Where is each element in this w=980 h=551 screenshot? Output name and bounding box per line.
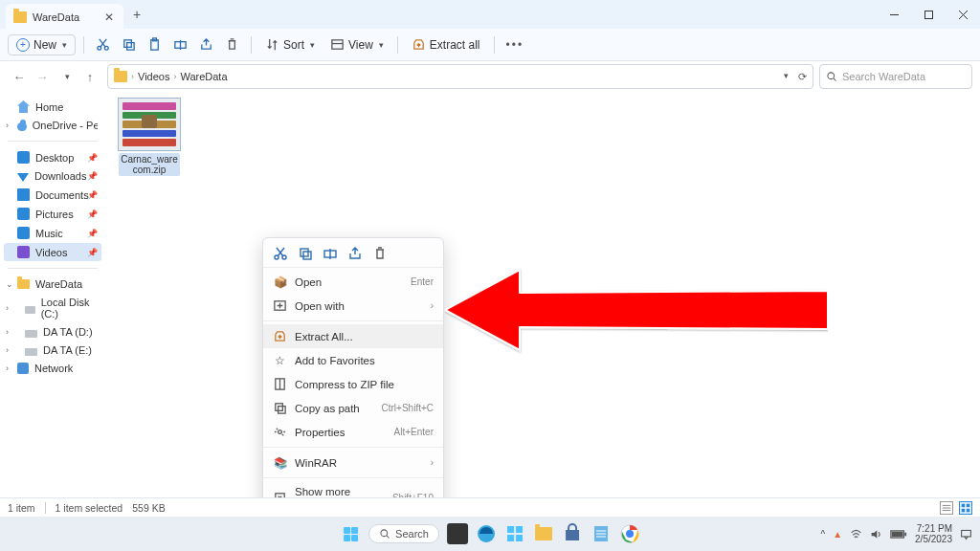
delete-button[interactable] xyxy=(221,33,243,55)
view-mode-toggles xyxy=(940,501,972,515)
copy-button[interactable] xyxy=(118,33,140,55)
notepad-icon[interactable] xyxy=(590,523,612,544)
ctx-compress[interactable]: Compress to ZIP file xyxy=(263,372,443,396)
expand-icon[interactable]: › xyxy=(6,345,9,355)
svg-rect-39 xyxy=(962,508,965,511)
sidebar-item-pictures[interactable]: Pictures📌 xyxy=(4,205,101,223)
volume-icon[interactable] xyxy=(870,528,882,540)
start-button[interactable] xyxy=(340,523,361,544)
paste-button[interactable] xyxy=(144,33,166,55)
cloud-icon xyxy=(17,122,27,131)
ctx-shortcut: Shift+F10 xyxy=(392,493,434,498)
battery-icon[interactable] xyxy=(890,528,907,540)
minimize-button[interactable] xyxy=(877,0,911,29)
breadcrumb-videos[interactable]: Videos xyxy=(138,71,169,82)
share-icon[interactable] xyxy=(347,246,363,261)
svg-point-31 xyxy=(278,430,282,434)
downloads-icon xyxy=(17,173,29,182)
cut-icon[interactable] xyxy=(273,246,288,261)
more-button[interactable]: ••• xyxy=(502,34,528,55)
file-area[interactable]: Carnac_warecom.zip 📦OpenEnter Open with›… xyxy=(105,92,980,497)
toolbar: + New ▾ Sort ▾ View ▾ Extract all ••• xyxy=(0,29,980,61)
ctx-shortcut: Ctrl+Shift+C xyxy=(382,403,434,413)
copy-icon[interactable] xyxy=(298,246,313,261)
expand-icon[interactable]: › xyxy=(6,327,9,337)
sidebar-label: Videos xyxy=(35,247,67,258)
address-dropdown-icon[interactable]: ▾ xyxy=(784,71,789,83)
collapse-icon[interactable]: ⌄ xyxy=(6,279,13,289)
details-view-toggle[interactable] xyxy=(940,501,953,515)
rename-icon[interactable] xyxy=(323,246,338,261)
sidebar-item-data-e[interactable]: ›DA TA (E:) xyxy=(4,342,101,359)
search-box[interactable]: Search WareData xyxy=(819,64,972,89)
explorer-window: WareData ✕ + + New ▾ Sort ▾ V xyxy=(0,0,980,517)
view-button[interactable]: View ▾ xyxy=(324,33,390,55)
file-item-zip[interactable]: Carnac_warecom.zip xyxy=(111,98,188,176)
ctx-extract-all[interactable]: Extract All... xyxy=(263,324,443,348)
store-icon[interactable] xyxy=(562,523,583,544)
delete-icon[interactable] xyxy=(372,246,388,261)
address-bar[interactable]: › Videos › WareData ▾ ⟳ xyxy=(107,64,813,89)
expand-icon[interactable]: › xyxy=(6,121,9,130)
explorer-icon[interactable] xyxy=(533,523,554,544)
svg-rect-37 xyxy=(962,503,965,506)
sort-button[interactable]: Sort ▾ xyxy=(259,33,321,55)
extract-all-button[interactable]: Extract all xyxy=(406,33,486,55)
sidebar-item-downloads[interactable]: Downloads📌 xyxy=(4,167,101,185)
cut-button[interactable] xyxy=(92,33,114,55)
ctx-open-with[interactable]: Open with› xyxy=(263,294,443,318)
window-tab[interactable]: WareData ✕ xyxy=(6,4,123,29)
notifications-icon[interactable] xyxy=(960,528,972,540)
sidebar-item-music[interactable]: Music📌 xyxy=(4,224,101,242)
new-tab-button[interactable]: + xyxy=(133,7,141,22)
sidebar-item-waredata[interactable]: ⌄WareData xyxy=(4,276,101,293)
forward-button[interactable]: → xyxy=(34,70,50,84)
maximize-button[interactable] xyxy=(911,0,946,29)
icons-view-toggle[interactable] xyxy=(959,501,972,515)
ctx-copy-path[interactable]: Copy as pathCtrl+Shift+C xyxy=(263,396,443,420)
taskbar-search[interactable]: Search xyxy=(368,524,439,543)
widgets-icon[interactable] xyxy=(504,523,525,544)
sidebar-label: Network xyxy=(34,363,73,374)
svg-rect-58 xyxy=(962,530,971,537)
close-tab-icon[interactable]: ✕ xyxy=(104,11,114,24)
new-button[interactable]: + New ▾ xyxy=(8,34,76,55)
up-button[interactable]: ↑ xyxy=(82,70,98,84)
ctx-winrar[interactable]: 📚WinRAR› xyxy=(263,451,443,474)
sidebar-item-desktop[interactable]: Desktop📌 xyxy=(4,148,101,166)
ctx-shortcut: Enter xyxy=(411,276,434,287)
extract-icon xyxy=(412,37,426,52)
sidebar-label: Pictures xyxy=(35,209,74,220)
ctx-open[interactable]: 📦OpenEnter xyxy=(263,270,443,294)
sidebar-item-local-c[interactable]: ›Local Disk (C:) xyxy=(4,294,101,322)
sidebar-item-network[interactable]: ›Network xyxy=(4,360,101,377)
sidebar-item-home[interactable]: Home xyxy=(4,98,101,116)
svg-point-41 xyxy=(381,530,388,537)
sidebar-item-data-d[interactable]: ›DA TA (D:) xyxy=(4,323,101,341)
wifi-icon[interactable] xyxy=(850,528,862,540)
winrar-icon: 📚 xyxy=(273,455,287,470)
chrome-icon[interactable] xyxy=(619,523,640,544)
share-button[interactable] xyxy=(195,33,217,55)
ctx-favorites[interactable]: ☆Add to Favorites xyxy=(263,348,443,372)
close-button[interactable] xyxy=(946,0,980,29)
edge-icon[interactable] xyxy=(476,523,497,544)
expand-icon[interactable]: › xyxy=(6,303,9,313)
sidebar-item-onedrive[interactable]: ›OneDrive - Persona xyxy=(4,117,101,134)
ctx-properties[interactable]: PropertiesAlt+Enter xyxy=(263,420,443,444)
body: Home ›OneDrive - Persona Desktop📌 Downlo… xyxy=(0,92,980,497)
task-view-icon[interactable] xyxy=(447,523,468,544)
sidebar-item-documents[interactable]: Documents📌 xyxy=(4,186,101,204)
taskbar-search-label: Search xyxy=(395,528,429,540)
recent-dropdown[interactable]: ▾ xyxy=(59,72,75,81)
expand-icon[interactable]: › xyxy=(6,364,9,373)
tray-chevron-icon[interactable]: ^ xyxy=(820,529,825,540)
back-button[interactable]: ← xyxy=(11,70,27,84)
sidebar-item-videos[interactable]: Videos📌 xyxy=(4,243,101,261)
clock[interactable]: 7:21 PM2/5/2023 xyxy=(915,523,952,544)
breadcrumb-waredata[interactable]: WareData xyxy=(180,71,227,82)
tray-app-icon[interactable]: ▲ xyxy=(833,529,842,540)
ctx-show-more[interactable]: Show more optionsShift+F10 xyxy=(263,481,443,497)
refresh-button[interactable]: ⟳ xyxy=(798,71,807,83)
rename-button[interactable] xyxy=(169,33,191,55)
